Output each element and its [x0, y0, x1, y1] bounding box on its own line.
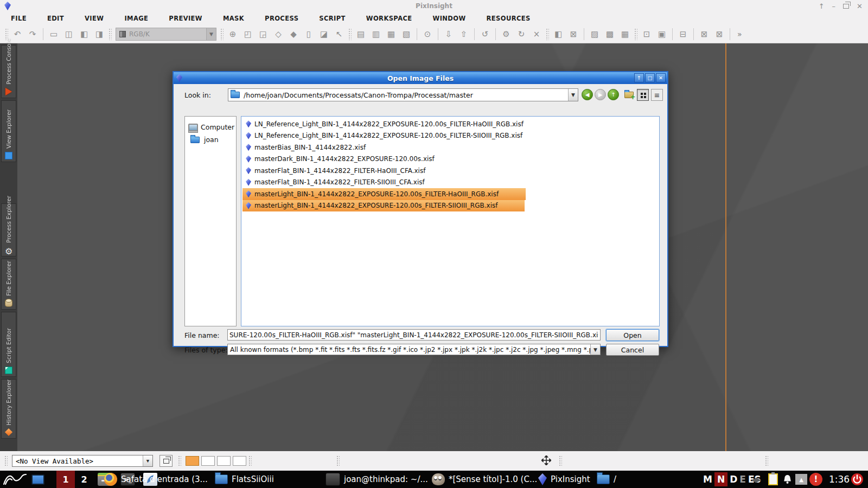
- enable-mask-icon[interactable]: ▩: [602, 28, 617, 41]
- taskbar-window-button[interactable]: /: [597, 471, 616, 488]
- icon-view-button[interactable]: [637, 89, 649, 101]
- window-manager-menu-icon[interactable]: [2, 471, 27, 488]
- edit-mask-icon[interactable]: ▨: [587, 28, 602, 41]
- dialog-titlebar[interactable]: Open Image Files ↑ □ ✕: [174, 72, 667, 84]
- tray-letter-indicator[interactable]: N: [714, 472, 727, 486]
- dock-tab[interactable]: Script Editor: [1, 312, 16, 377]
- cancel-button[interactable]: Cancel: [606, 344, 659, 356]
- new-view-icon[interactable]: ◫: [61, 28, 76, 41]
- menu-item[interactable]: SCRIPT: [319, 15, 359, 22]
- file-row[interactable]: masterLight_BIN-1_4144x2822_EXPOSURE-120…: [242, 188, 526, 200]
- file-name-input[interactable]: [227, 329, 601, 341]
- remove-mask-icon[interactable]: ⊠: [566, 28, 581, 41]
- view-mode-button[interactable]: [159, 455, 173, 467]
- menu-item[interactable]: IMAGE: [124, 15, 161, 22]
- close-all-images-icon[interactable]: ⊠: [712, 28, 727, 41]
- dialog-close-icon[interactable]: ✕: [656, 73, 666, 82]
- workspace-swatch[interactable]: [233, 456, 246, 466]
- back-button[interactable]: ◀: [582, 89, 593, 100]
- menu-item[interactable]: MASK: [223, 15, 257, 22]
- show-desktop-icon[interactable]: [31, 471, 44, 488]
- input-icon[interactable]: ⇩: [441, 28, 456, 41]
- preview-mask-icon[interactable]: ▦: [617, 28, 633, 41]
- edit-instance-icon[interactable]: ▥: [368, 28, 384, 41]
- forward-button[interactable]: ▶: [595, 89, 606, 100]
- restore-window-icon[interactable]: [843, 4, 849, 9]
- zoom-shrink-icon[interactable]: ◲: [256, 28, 271, 41]
- menu-item[interactable]: FILE: [11, 15, 40, 22]
- taskbar-window-button[interactable]: FlatsSiiOiii: [215, 471, 274, 488]
- dock-tab[interactable]: Process Explorer: [1, 203, 16, 256]
- process-settings-icon[interactable]: ⚙: [499, 28, 514, 41]
- files-of-type-combo[interactable]: All known formats (*.bmp *.fit *.fits *.…: [227, 344, 601, 355]
- cursor-icon[interactable]: ↖: [331, 28, 347, 41]
- open-button[interactable]: Open: [606, 329, 659, 341]
- volume-tray-icon[interactable]: ▲: [795, 471, 807, 488]
- dialog-maximize-icon[interactable]: □: [645, 73, 655, 82]
- toolbar-overflow-icon[interactable]: »: [737, 30, 742, 38]
- file-row[interactable]: masterLight_BIN-1_4144x2822_EXPOSURE-120…: [242, 200, 525, 212]
- screen-24bit-icon[interactable]: ▣: [654, 28, 669, 41]
- look-in-combo[interactable]: /home/joan/Documents/Processats/Canon-Tr…: [228, 88, 578, 101]
- menu-item[interactable]: RESOURCES: [487, 15, 544, 22]
- browse-icon[interactable]: ⊙: [420, 28, 435, 41]
- notification-bell-icon[interactable]: [782, 471, 793, 488]
- redo-icon[interactable]: ↷: [25, 28, 40, 41]
- menu-item[interactable]: VIEW: [85, 15, 117, 22]
- file-row[interactable]: LN_Reference_Light_BIN-1_4144x2822_EXPOS…: [242, 118, 551, 130]
- taskbar-window-button[interactable]: PixInsight: [538, 471, 590, 488]
- workspace-button[interactable]: 2: [75, 471, 93, 488]
- edit-identifier-icon[interactable]: ▭: [46, 28, 61, 41]
- page-select-icon[interactable]: ◪: [316, 28, 331, 41]
- taskbar-window-button[interactable]: joan@thinkpad: ~/...: [326, 471, 428, 488]
- zoom-to-fit-icon[interactable]: ◰: [240, 28, 256, 41]
- file-row[interactable]: masterFlat_BIN-1_4144x2822_FILTER-SIIOII…: [242, 177, 452, 189]
- menu-item[interactable]: WORKSPACE: [366, 15, 425, 22]
- close-image-icon[interactable]: ⊠: [697, 28, 712, 41]
- dock-tab[interactable]: File Explorer: [1, 259, 16, 310]
- workspace-swatch[interactable]: [201, 456, 215, 466]
- output-icon[interactable]: ⇧: [456, 28, 471, 41]
- file-row[interactable]: masterFlat_BIN-1_4144x2822_FILTER-HaOIII…: [242, 165, 452, 177]
- append-instance-icon[interactable]: ▧: [399, 28, 414, 41]
- tray-letter-indicator[interactable]: E: [739, 474, 746, 485]
- dock-window-icon[interactable]: ⊟: [675, 28, 691, 41]
- parent-directory-button[interactable]: ↑: [608, 89, 619, 100]
- fill-left-icon[interactable]: ◧: [76, 28, 92, 41]
- navigate-mode-icon[interactable]: ◆: [286, 28, 301, 41]
- dock-tab[interactable]: View Explorer: [1, 100, 16, 162]
- tray-letter-indicator[interactable]: M: [703, 474, 712, 485]
- dock-tab[interactable]: History Explorer: [1, 379, 16, 439]
- pan-mode-icon[interactable]: ◇: [271, 28, 286, 41]
- file-row[interactable]: masterBias_BIN-1_4144x2822.xisf: [242, 142, 393, 153]
- taskbar-window-button[interactable]: Safata d'entrada (3...: [104, 471, 208, 488]
- close-process-icon[interactable]: ×: [529, 28, 544, 41]
- clipboard-tray-icon[interactable]: [768, 471, 778, 488]
- workspace-swatch[interactable]: [186, 456, 199, 466]
- dialog-shade-icon[interactable]: ↑: [634, 73, 644, 82]
- close-window-icon[interactable]: ✕: [857, 2, 863, 10]
- minimize-window-icon[interactable]: –: [832, 2, 836, 10]
- place-item[interactable]: joan: [185, 133, 236, 146]
- menu-item[interactable]: EDIT: [47, 15, 77, 22]
- reload-icon[interactable]: ↻: [514, 28, 529, 41]
- power-button-icon[interactable]: [851, 471, 864, 488]
- add-instance-icon[interactable]: ▦: [384, 28, 399, 41]
- file-row[interactable]: masterDark_BIN-1_4144x2822_EXPOSURE-120.…: [242, 153, 462, 165]
- channel-selector-combo[interactable]: RGB/K ▼: [116, 28, 216, 41]
- detail-view-button[interactable]: ≡: [651, 89, 663, 101]
- new-folder-button[interactable]: [623, 89, 635, 101]
- screen-transfer-icon[interactable]: ⊡: [639, 28, 654, 41]
- chevron-down-icon[interactable]: ▼: [568, 89, 578, 101]
- dock-tab[interactable]: Process Console: [1, 45, 16, 98]
- menu-item[interactable]: PREVIEW: [169, 15, 215, 22]
- fill-right-icon[interactable]: ◨: [92, 28, 107, 41]
- place-item[interactable]: Computer: [185, 121, 236, 133]
- view-selector-combo[interactable]: <No View Available> ▼: [12, 455, 153, 467]
- center-view-icon[interactable]: ⊕: [225, 28, 240, 41]
- undo-history-icon[interactable]: ↺: [477, 28, 493, 41]
- workspace-swatch[interactable]: [217, 456, 231, 466]
- taskbar-window-button[interactable]: *[Sense títol]-1.0 (C...: [432, 471, 537, 488]
- shade-window-icon[interactable]: ↑: [819, 2, 825, 10]
- menu-item[interactable]: PROCESS: [265, 15, 311, 22]
